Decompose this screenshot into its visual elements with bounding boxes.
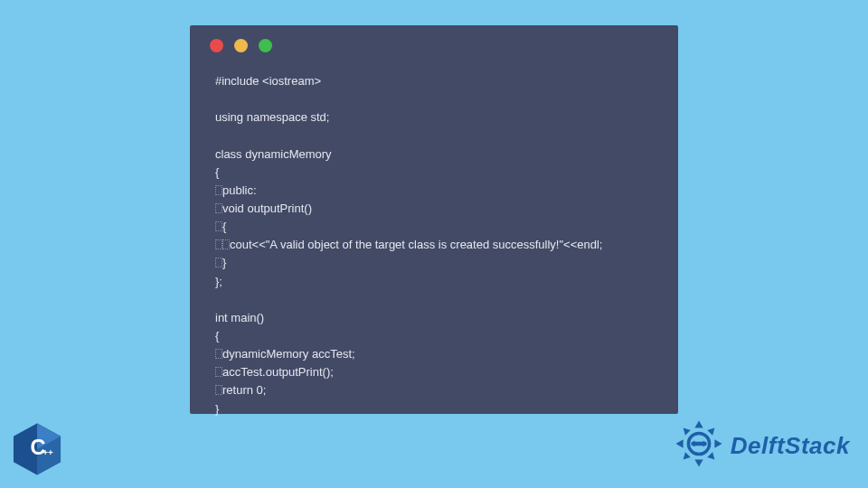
brand-logo-icon xyxy=(673,418,725,474)
svg-marker-6 xyxy=(675,439,683,447)
svg-marker-9 xyxy=(707,428,714,436)
svg-marker-14 xyxy=(703,441,707,447)
maximize-icon xyxy=(259,39,272,52)
svg-marker-11 xyxy=(707,452,714,459)
cpp-plus-plus: ++ xyxy=(42,447,53,457)
code-window: #include <iostream> using namespace std;… xyxy=(190,25,678,414)
svg-marker-10 xyxy=(683,452,690,459)
window-titlebar xyxy=(190,25,678,52)
svg-marker-8 xyxy=(683,428,690,436)
cpp-logo-icon: C ++ xyxy=(9,421,65,477)
svg-marker-4 xyxy=(694,420,703,427)
minimize-icon xyxy=(234,39,248,52)
brand: DelftStack xyxy=(673,418,850,474)
svg-marker-5 xyxy=(694,459,703,466)
svg-marker-13 xyxy=(691,441,695,447)
close-icon xyxy=(210,39,223,52)
brand-text: DelftStack xyxy=(731,432,850,460)
code-block: #include <iostream> using namespace std;… xyxy=(190,52,678,418)
svg-marker-7 xyxy=(714,439,722,447)
